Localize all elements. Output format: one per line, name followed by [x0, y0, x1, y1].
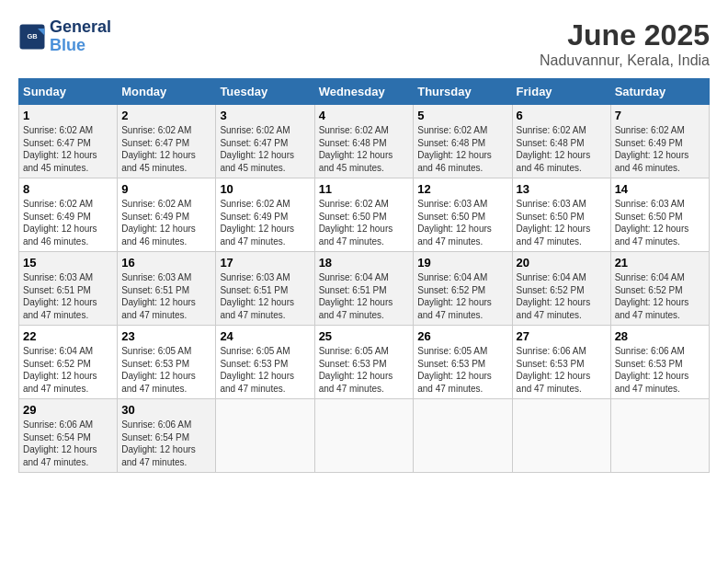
day-number: 25	[319, 329, 410, 343]
day-number: 23	[121, 329, 211, 343]
day-number: 16	[121, 256, 211, 270]
day-cell-18: 18 Sunrise: 6:04 AMSunset: 6:51 PMDaylig…	[314, 252, 414, 326]
day-number: 13	[517, 182, 607, 196]
svg-text:GB: GB	[27, 31, 38, 40]
day-cell-16: 16 Sunrise: 6:03 AMSunset: 6:51 PMDaylig…	[118, 252, 216, 326]
day-cell-21: 21 Sunrise: 6:04 AMSunset: 6:52 PMDaylig…	[610, 252, 709, 326]
calendar-subtitle: Naduvannur, Kerala, India	[540, 52, 710, 69]
day-detail: Sunrise: 6:02 AMSunset: 6:48 PMDaylight:…	[517, 124, 607, 174]
day-number: 28	[615, 329, 705, 343]
day-cell-19: 19 Sunrise: 6:04 AMSunset: 6:52 PMDaylig…	[414, 252, 512, 326]
day-cell-7: 7 Sunrise: 6:02 AMSunset: 6:49 PMDayligh…	[610, 105, 709, 178]
day-number: 29	[23, 403, 113, 417]
day-detail: Sunrise: 6:02 AMSunset: 6:50 PMDaylight:…	[319, 198, 410, 247]
day-cell-11: 11 Sunrise: 6:02 AMSunset: 6:50 PMDaylig…	[314, 178, 414, 252]
day-number: 17	[220, 256, 310, 270]
day-number: 10	[220, 182, 310, 196]
day-detail: Sunrise: 6:06 AMSunset: 6:54 PMDaylight:…	[23, 419, 113, 468]
day-number: 21	[615, 256, 705, 270]
day-cell-25: 25 Sunrise: 6:05 AMSunset: 6:53 PMDaylig…	[314, 326, 414, 399]
day-detail: Sunrise: 6:03 AMSunset: 6:51 PMDaylight:…	[121, 271, 211, 321]
day-cell-22: 22 Sunrise: 6:04 AMSunset: 6:52 PMDaylig…	[19, 326, 118, 399]
day-detail: Sunrise: 6:05 AMSunset: 6:53 PMDaylight:…	[220, 345, 310, 395]
day-detail: Sunrise: 6:03 AMSunset: 6:51 PMDaylight:…	[23, 271, 113, 321]
week-row-5: 29 Sunrise: 6:06 AMSunset: 6:54 PMDaylig…	[19, 399, 710, 473]
day-detail: Sunrise: 6:04 AMSunset: 6:51 PMDaylight:…	[319, 271, 410, 321]
day-detail: Sunrise: 6:02 AMSunset: 6:47 PMDaylight:…	[23, 124, 113, 174]
day-detail: Sunrise: 6:02 AMSunset: 6:48 PMDaylight:…	[417, 124, 507, 174]
day-detail: Sunrise: 6:04 AMSunset: 6:52 PMDaylight:…	[615, 271, 705, 321]
day-detail: Sunrise: 6:02 AMSunset: 6:49 PMDaylight:…	[220, 198, 310, 247]
day-cell-8: 8 Sunrise: 6:02 AMSunset: 6:49 PMDayligh…	[19, 178, 118, 252]
col-sunday: Sunday	[19, 79, 118, 105]
day-number: 9	[121, 182, 211, 196]
day-number: 24	[220, 329, 310, 343]
col-friday: Friday	[512, 79, 610, 105]
day-detail: Sunrise: 6:03 AMSunset: 6:50 PMDaylight:…	[517, 198, 607, 247]
col-thursday: Thursday	[414, 79, 512, 105]
day-number: 4	[319, 109, 410, 122]
day-cell-23: 23 Sunrise: 6:05 AMSunset: 6:53 PMDaylig…	[118, 326, 216, 399]
day-detail: Sunrise: 6:06 AMSunset: 6:54 PMDaylight:…	[121, 419, 211, 468]
day-number: 15	[23, 256, 113, 270]
day-detail: Sunrise: 6:02 AMSunset: 6:49 PMDaylight:…	[23, 198, 113, 247]
day-detail: Sunrise: 6:06 AMSunset: 6:53 PMDaylight:…	[615, 345, 705, 395]
logo-icon: GB	[18, 23, 46, 51]
day-number: 20	[517, 256, 607, 270]
day-detail: Sunrise: 6:06 AMSunset: 6:53 PMDaylight:…	[517, 345, 607, 395]
day-detail: Sunrise: 6:04 AMSunset: 6:52 PMDaylight:…	[417, 271, 507, 321]
col-monday: Monday	[118, 79, 216, 105]
day-detail: Sunrise: 6:02 AMSunset: 6:48 PMDaylight:…	[319, 124, 410, 174]
day-detail: Sunrise: 6:02 AMSunset: 6:47 PMDaylight:…	[121, 124, 211, 174]
day-cell-4: 4 Sunrise: 6:02 AMSunset: 6:48 PMDayligh…	[314, 105, 414, 178]
day-number: 26	[417, 329, 507, 343]
day-number: 3	[220, 109, 310, 122]
day-cell-5: 5 Sunrise: 6:02 AMSunset: 6:48 PMDayligh…	[414, 105, 512, 178]
day-cell-28: 28 Sunrise: 6:06 AMSunset: 6:53 PMDaylig…	[610, 326, 709, 399]
day-number: 8	[23, 182, 113, 196]
day-cell-14: 14 Sunrise: 6:03 AMSunset: 6:50 PMDaylig…	[610, 178, 709, 252]
day-cell-15: 15 Sunrise: 6:03 AMSunset: 6:51 PMDaylig…	[19, 252, 118, 326]
empty-cell	[610, 399, 709, 473]
day-detail: Sunrise: 6:05 AMSunset: 6:53 PMDaylight:…	[417, 345, 507, 395]
day-detail: Sunrise: 6:02 AMSunset: 6:47 PMDaylight:…	[220, 124, 310, 174]
header: GB GeneralBlue June 2025 Naduvannur, Ker…	[18, 18, 710, 69]
col-tuesday: Tuesday	[216, 79, 314, 105]
day-number: 1	[23, 109, 113, 122]
day-detail: Sunrise: 6:05 AMSunset: 6:53 PMDaylight:…	[121, 345, 211, 395]
col-saturday: Saturday	[610, 79, 709, 105]
empty-cell	[216, 399, 314, 473]
day-cell-27: 27 Sunrise: 6:06 AMSunset: 6:53 PMDaylig…	[512, 326, 610, 399]
day-cell-13: 13 Sunrise: 6:03 AMSunset: 6:50 PMDaylig…	[512, 178, 610, 252]
day-cell-29: 29 Sunrise: 6:06 AMSunset: 6:54 PMDaylig…	[19, 399, 118, 473]
day-detail: Sunrise: 6:03 AMSunset: 6:50 PMDaylight:…	[417, 198, 507, 247]
week-row-1: 1 Sunrise: 6:02 AMSunset: 6:47 PMDayligh…	[19, 105, 710, 178]
day-detail: Sunrise: 6:04 AMSunset: 6:52 PMDaylight:…	[23, 345, 113, 395]
title-area: June 2025 Naduvannur, Kerala, India	[540, 18, 710, 69]
day-detail: Sunrise: 6:04 AMSunset: 6:52 PMDaylight:…	[517, 271, 607, 321]
day-number: 19	[417, 256, 507, 270]
day-cell-9: 9 Sunrise: 6:02 AMSunset: 6:49 PMDayligh…	[118, 178, 216, 252]
week-row-2: 8 Sunrise: 6:02 AMSunset: 6:49 PMDayligh…	[19, 178, 710, 252]
day-detail: Sunrise: 6:02 AMSunset: 6:49 PMDaylight:…	[615, 124, 705, 174]
day-number: 30	[121, 403, 211, 417]
week-row-3: 15 Sunrise: 6:03 AMSunset: 6:51 PMDaylig…	[19, 252, 710, 326]
day-number: 11	[319, 182, 410, 196]
calendar-title: June 2025	[540, 18, 710, 52]
col-wednesday: Wednesday	[314, 79, 414, 105]
empty-cell	[414, 399, 512, 473]
day-number: 22	[23, 329, 113, 343]
day-cell-17: 17 Sunrise: 6:03 AMSunset: 6:51 PMDaylig…	[216, 252, 314, 326]
day-cell-20: 20 Sunrise: 6:04 AMSunset: 6:52 PMDaylig…	[512, 252, 610, 326]
logo-text: GeneralBlue	[50, 18, 111, 55]
day-number: 12	[417, 182, 507, 196]
day-number: 2	[121, 109, 211, 122]
day-detail: Sunrise: 6:02 AMSunset: 6:49 PMDaylight:…	[121, 198, 211, 247]
day-cell-30: 30 Sunrise: 6:06 AMSunset: 6:54 PMDaylig…	[118, 399, 216, 473]
day-cell-26: 26 Sunrise: 6:05 AMSunset: 6:53 PMDaylig…	[414, 326, 512, 399]
header-row: Sunday Monday Tuesday Wednesday Thursday…	[19, 79, 710, 105]
day-cell-2: 2 Sunrise: 6:02 AMSunset: 6:47 PMDayligh…	[118, 105, 216, 178]
week-row-4: 22 Sunrise: 6:04 AMSunset: 6:52 PMDaylig…	[19, 326, 710, 399]
day-number: 18	[319, 256, 410, 270]
empty-cell	[512, 399, 610, 473]
